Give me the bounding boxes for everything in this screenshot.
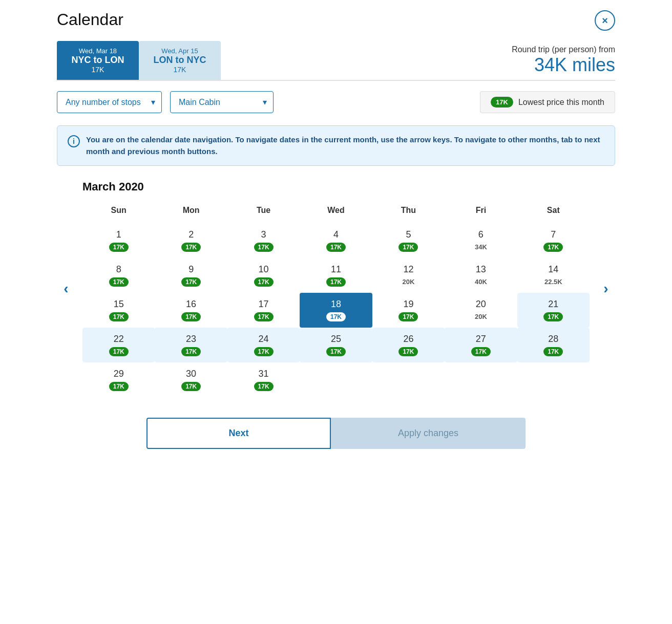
trip-info: Round trip (per person) from 34K miles <box>512 41 615 80</box>
calendar-day[interactable]: 1117K <box>300 258 372 293</box>
day-number: 21 <box>519 299 587 310</box>
calendar-day[interactable]: 317K <box>227 223 300 258</box>
calendar-header: Sun Mon Tue Wed Thu Fri Sat <box>82 202 590 219</box>
day-number: 18 <box>302 299 370 310</box>
info-text: You are on the calendar date navigation.… <box>86 134 604 157</box>
day-price: 17K <box>181 312 201 321</box>
info-box: i You are on the calendar date navigatio… <box>57 125 615 166</box>
calendar-day[interactable]: 1017K <box>227 258 300 293</box>
calendar-day <box>445 362 517 397</box>
header-sat: Sat <box>517 202 590 219</box>
calendar-day[interactable]: 3017K <box>155 362 227 397</box>
day-number: 16 <box>157 299 225 310</box>
day-price: 17K <box>181 277 201 287</box>
calendar-day[interactable]: 1917K <box>372 293 445 328</box>
header-sun: Sun <box>82 202 155 219</box>
header-mon: Mon <box>155 202 227 219</box>
lowest-price-badge: 17K <box>491 97 513 107</box>
tab-return[interactable]: Wed, Apr 15 LON to NYC 17K <box>139 41 221 80</box>
day-price: 17K <box>181 243 201 252</box>
day-number: 7 <box>519 229 587 240</box>
calendar-section: ‹ › March 2020 Sun Mon Tue Wed Thu Fri S… <box>57 180 615 397</box>
day-price: 17K <box>254 382 274 391</box>
lowest-price-badge-container: 17K Lowest price this month <box>480 91 615 113</box>
header-fri: Fri <box>445 202 517 219</box>
calendar-day[interactable]: 1817K <box>300 293 372 328</box>
day-number: 27 <box>447 334 515 345</box>
lowest-price-label: Lowest price this month <box>518 98 604 107</box>
calendar-day[interactable]: 3117K <box>227 362 300 397</box>
day-price: 17K <box>471 347 491 356</box>
calendar-day[interactable]: 2817K <box>517 328 590 362</box>
calendar-day[interactable]: 917K <box>155 258 227 293</box>
calendar-day[interactable]: 2517K <box>300 328 372 362</box>
calendar-day[interactable]: 2717K <box>445 328 517 362</box>
day-number: 30 <box>157 369 225 379</box>
cabin-filter[interactable]: Main Cabin ▾ <box>170 91 274 113</box>
close-button[interactable]: × <box>595 10 615 31</box>
day-price: 17K <box>398 243 418 252</box>
calendar-day[interactable]: 717K <box>517 223 590 258</box>
calendar-day[interactable]: 1617K <box>155 293 227 328</box>
day-price: 17K <box>109 347 129 356</box>
day-number: 26 <box>374 334 443 345</box>
day-price: 17K <box>543 243 563 252</box>
filters-row: Any number of stops ▾ Main Cabin ▾ 17K L… <box>57 91 615 113</box>
day-number: 25 <box>302 334 370 345</box>
day-price: 20K <box>471 312 491 321</box>
calendar-day[interactable]: 1422.5K <box>517 258 590 293</box>
tab-return-route: LON to NYC <box>151 55 208 66</box>
calendar-day[interactable]: 817K <box>82 258 155 293</box>
next-month-button[interactable]: › <box>597 279 615 298</box>
day-price: 17K <box>181 382 201 391</box>
stops-filter[interactable]: Any number of stops ▾ <box>57 91 162 113</box>
day-number: 24 <box>229 334 298 345</box>
day-number: 17 <box>229 299 298 310</box>
day-price: 40K <box>471 277 491 287</box>
next-button[interactable]: Next <box>146 418 331 449</box>
calendar-day[interactable]: 217K <box>155 223 227 258</box>
day-price: 17K <box>398 347 418 356</box>
calendar-day[interactable]: 117K <box>82 223 155 258</box>
calendar-day[interactable]: 2317K <box>155 328 227 362</box>
calendar-day[interactable]: 1220K <box>372 258 445 293</box>
calendar-day[interactable]: 2217K <box>82 328 155 362</box>
calendar-day[interactable]: 2117K <box>517 293 590 328</box>
day-number: 12 <box>374 264 443 275</box>
day-price: 17K <box>254 277 274 287</box>
calendar-day[interactable]: 634K <box>445 223 517 258</box>
day-price: 17K <box>109 382 129 391</box>
day-number: 23 <box>157 334 225 345</box>
calendar-day[interactable]: 2417K <box>227 328 300 362</box>
calendar-day[interactable]: 1717K <box>227 293 300 328</box>
cabin-select[interactable]: Main Cabin <box>171 92 273 113</box>
prev-month-button[interactable]: ‹ <box>57 279 75 298</box>
tab-return-miles: 17K <box>151 66 208 74</box>
calendar-day[interactable]: 417K <box>300 223 372 258</box>
day-price: 17K <box>398 312 418 321</box>
day-price: 17K <box>543 312 563 321</box>
calendar-day[interactable]: 2617K <box>372 328 445 362</box>
day-price: 17K <box>254 312 274 321</box>
tab-outbound-miles: 17K <box>69 66 127 74</box>
day-number: 22 <box>85 334 153 345</box>
calendar-grid: Sun Mon Tue Wed Thu Fri Sat 117K217K317K… <box>82 202 590 397</box>
calendar-day[interactable]: 1340K <box>445 258 517 293</box>
calendar-day <box>372 362 445 397</box>
tab-outbound[interactable]: Wed, Mar 18 NYC to LON 17K <box>57 41 139 80</box>
calendar-day[interactable]: 2020K <box>445 293 517 328</box>
calendar-day[interactable]: 517K <box>372 223 445 258</box>
calendar-day[interactable]: 1517K <box>82 293 155 328</box>
day-number: 4 <box>302 229 370 240</box>
day-number: 10 <box>229 264 298 275</box>
day-price: 34K <box>471 242 491 252</box>
apply-button[interactable]: Apply changes <box>331 418 526 449</box>
day-price: 17K <box>326 347 346 356</box>
day-number: 15 <box>85 299 153 310</box>
day-number: 9 <box>157 264 225 275</box>
info-icon: i <box>68 135 80 147</box>
day-price: 22.5K <box>540 277 566 287</box>
calendar-day[interactable]: 2917K <box>82 362 155 397</box>
tab-return-date: Wed, Apr 15 <box>151 47 208 55</box>
stops-select[interactable]: Any number of stops <box>57 92 161 113</box>
